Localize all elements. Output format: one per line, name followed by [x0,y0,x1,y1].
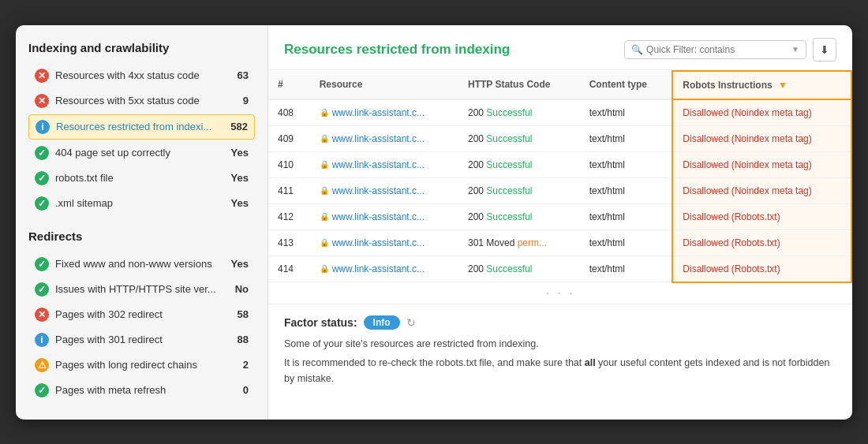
list-item-count-https: No [235,283,249,295]
cell-num: 412 [268,203,310,229]
table-row: 412 🔒 www.link-assistant.c... 200 Succes… [268,203,851,229]
factor-header: Factor status: Info ↻ [284,315,836,330]
cell-num: 409 [268,125,310,151]
list-item-label-restricted: Resources restricted from indexi... [56,121,230,132]
left-panel: Indexing and crawlability ✕ Resources wi… [16,25,268,420]
list-item-label-302: Pages with 302 redirect [55,308,238,320]
redirects-section-title: Redirects [28,229,255,243]
list-item-label-https: Issues with HTTP/HTTPS site ver... [55,283,235,295]
list-item-label-longchain: Pages with long redirect chains [55,359,243,371]
list-item-count-longchain: 2 [243,359,249,371]
list-item-label-www: Fixed www and non-www versions [55,258,231,270]
list-item-5xx[interactable]: ✕ Resources with 5xx status code 9 [28,89,255,113]
list-item-count-robots: Yes [231,172,249,184]
list-item-https[interactable]: ✓ Issues with HTTP/HTTPS site ver... No [28,278,255,301]
cell-robots: Disallowed (Robots.txt) [672,256,851,282]
list-item-404[interactable]: ✓ 404 page set up correctly Yes [28,141,255,165]
table-row: 411 🔒 www.link-assistant.c... 200 Succes… [268,177,851,203]
cell-num: 413 [268,229,310,256]
cell-num: 414 [268,256,310,282]
cell-content: text/html [580,151,673,177]
search-box[interactable]: 🔍 ▼ [624,40,806,59]
header-controls: 🔍 ▼ ⬇ [624,38,836,62]
warning-icon: ⚠ [35,358,49,372]
cell-resource: 🔒 www.link-assistant.c... [310,125,458,151]
success-icon: ✓ [35,146,49,160]
col-status: HTTP Status Code [458,71,580,99]
lock-icon: 🔒 [320,160,329,169]
lock-icon: 🔒 [320,134,329,143]
cell-status: 200 Successful [458,99,580,126]
cell-content: text/html [580,203,673,229]
list-item-longchain[interactable]: ⚠ Pages with long redirect chains 2 [28,353,255,377]
list-item-301[interactable]: i Pages with 301 redirect 88 [28,328,255,352]
cell-robots: Disallowed (Noindex meta tag) [672,99,851,126]
lock-icon: 🔒 [320,212,329,221]
list-item-label-robots: robots.txt file [55,172,231,184]
list-item-robots[interactable]: ✓ robots.txt file Yes [28,166,255,190]
list-item-www[interactable]: ✓ Fixed www and non-www versions Yes [28,252,255,276]
cell-status: 200 Successful [458,125,580,151]
cell-num: 411 [268,177,310,203]
list-item-label-sitemap: .xml sitemap [55,197,231,209]
cell-robots: Disallowed (Noindex meta tag) [672,177,851,203]
download-button[interactable]: ⬇ [813,38,836,62]
search-input[interactable] [646,44,788,55]
list-item-label-404: 404 page set up correctly [55,147,231,159]
cell-resource: 🔒 www.link-assistant.c... [310,229,458,256]
list-item-label-301: Pages with 301 redirect [55,334,238,345]
cell-num: 410 [268,151,310,177]
list-item-sitemap[interactable]: ✓ .xml sitemap Yes [28,192,255,215]
scroll-dots: · · · [268,283,852,304]
list-item-count-sitemap: Yes [231,197,249,209]
cell-status: 301 Moved perm... [458,229,580,256]
error-icon: ✕ [35,69,49,83]
list-item-count-www: Yes [231,258,249,270]
table-row: 408 🔒 www.link-assistant.c... 200 Succes… [268,99,851,126]
col-robots[interactable]: Robots Instructions ▼ [672,71,851,99]
list-item-4xx[interactable]: ✕ Resources with 4xx status code 63 [28,64,255,88]
list-item-count-302: 58 [238,308,249,320]
refresh-icon[interactable]: ↻ [406,316,416,329]
info-icon: i [36,120,50,134]
list-item-302[interactable]: ✕ Pages with 302 redirect 58 [28,303,255,326]
right-panel-title: Resources restricted from indexing [284,42,510,58]
success-icon-2: ✓ [35,171,49,185]
col-resource: Resource [310,71,458,99]
table-row: 414 🔒 www.link-assistant.c... 200 Succes… [268,256,851,282]
cell-status: 200 Successful [458,203,580,229]
success-icon-3: ✓ [35,196,49,211]
list-item-label-metarefresh: Pages with meta refresh [55,384,243,396]
factor-text-line1: Some of your site's resources are restri… [284,336,836,352]
list-item-count-404: Yes [231,147,249,159]
cell-content: text/html [580,256,673,282]
cell-robots: Disallowed (Robots.txt) [672,203,851,229]
table-row: 413 🔒 www.link-assistant.c... 301 Moved … [268,229,851,256]
table-row: 409 🔒 www.link-assistant.c... 200 Succes… [268,125,851,151]
info-badge-button[interactable]: Info [364,315,400,330]
indexing-section-title: Indexing and crawlability [28,41,255,54]
success-icon-5: ✓ [35,282,49,297]
dropdown-arrow-icon[interactable]: ▼ [791,45,799,54]
cell-robots: Disallowed (Noindex meta tag) [672,151,851,177]
lock-icon: 🔒 [320,264,329,273]
list-item-count-4xx: 63 [238,69,249,81]
right-panel: Resources restricted from indexing 🔍 ▼ ⬇… [268,25,852,420]
cell-resource: 🔒 www.link-assistant.c... [310,256,458,282]
cell-content: text/html [580,125,673,151]
list-item-metarefresh[interactable]: ✓ Pages with meta refresh 0 [28,379,255,402]
list-item-count-5xx: 9 [243,95,249,106]
factor-label: Factor status: [284,316,357,329]
factor-line2-prefix: It is recommended to re-check the robots… [284,357,585,368]
cell-resource: 🔒 www.link-assistant.c... [310,99,458,126]
list-item-restricted[interactable]: i Resources restricted from indexi... 58… [28,114,255,140]
info-icon-2: i [35,333,49,347]
cell-robots: Disallowed (Robots.txt) [672,229,851,256]
list-item-label-5xx: Resources with 5xx status code [55,95,243,106]
lock-icon: 🔒 [320,238,329,247]
cell-resource: 🔒 www.link-assistant.c... [310,203,458,229]
error-icon-3: ✕ [35,308,49,322]
lock-icon: 🔒 [320,186,329,195]
factor-line2-bold: all [585,357,596,368]
search-icon: 🔍 [631,44,643,55]
